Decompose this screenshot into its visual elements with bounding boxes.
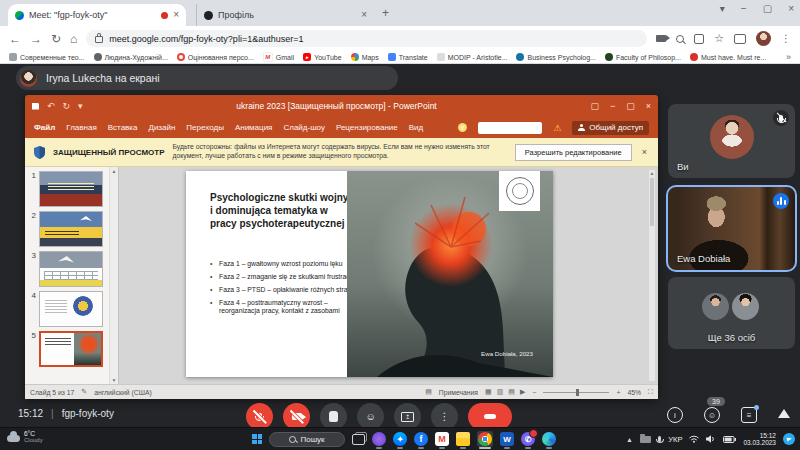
ribbon-tab-view[interactable]: Вид — [409, 123, 423, 132]
viber-app-icon[interactable]: ✆ — [521, 432, 535, 446]
address-bar[interactable]: meet.google.com/fgp-foyk-oty?pli=1&authu… — [86, 30, 647, 47]
battery-icon[interactable] — [723, 436, 736, 443]
participant-tile-you[interactable]: Ви — [668, 104, 795, 178]
bookmark-item[interactable]: MODIP - Aristotle... — [437, 53, 508, 61]
people-button[interactable]: 39 ☺ — [704, 407, 720, 423]
facebook-app-icon[interactable]: f — [414, 432, 428, 446]
close-button[interactable]: × — [788, 3, 794, 14]
slide-thumbnail-selected[interactable]: 5 — [28, 331, 109, 367]
ribbon-tab-file[interactable]: Файл — [34, 123, 55, 132]
messenger-app-icon[interactable]: ✦ — [393, 432, 407, 446]
zoom-out-icon[interactable]: − — [532, 389, 536, 396]
tray-mic-icon[interactable] — [658, 436, 662, 442]
redo-icon[interactable]: ↻ — [63, 101, 71, 111]
reload-button[interactable]: ↻ — [51, 33, 61, 45]
edge-app-icon[interactable] — [542, 432, 556, 446]
tray-overflow-chevron-icon[interactable]: ▲ — [626, 436, 633, 443]
ribbon-tab-design[interactable]: Дизайн — [148, 123, 175, 132]
zoom-in-icon[interactable]: + — [616, 389, 620, 396]
chrome-app-active[interactable] — [477, 431, 493, 447]
meeting-details-button[interactable]: i — [667, 407, 683, 423]
tab-close-icon[interactable]: × — [173, 10, 179, 20]
participant-tile-overflow[interactable]: Ще 36 осіб — [668, 277, 795, 349]
slide-thumbnail[interactable]: 3 — [28, 251, 109, 287]
ppt-restore-button[interactable]: ▢ — [626, 101, 635, 111]
mic-toggle-button[interactable] — [246, 403, 273, 430]
task-view-button[interactable] — [352, 434, 365, 445]
share-icon[interactable] — [694, 34, 704, 44]
spell-check-icon[interactable]: ✎ — [81, 388, 87, 396]
slide-thumbnail[interactable]: 2 — [28, 211, 109, 247]
tab-profile[interactable]: Профіль × — [196, 4, 374, 26]
activities-icon[interactable] — [778, 409, 790, 418]
slide-thumbnail[interactable]: 4 — [28, 291, 109, 327]
start-button[interactable] — [252, 434, 262, 444]
reactions-button[interactable]: ☺ — [357, 403, 384, 430]
bookmark-item[interactable]: Современные тео... — [9, 53, 85, 61]
bookmark-item[interactable]: Faculty of Philosop... — [605, 53, 681, 61]
keyboard-language[interactable]: УКР — [668, 435, 682, 444]
zoom-slider[interactable] — [543, 392, 609, 393]
gmail-app-icon[interactable]: M — [435, 432, 449, 446]
weather-widget[interactable]: 6°C Cloudy — [7, 430, 43, 444]
bookmark-item[interactable]: Must have. Must re... — [690, 53, 766, 61]
bookmark-item[interactable]: Maps — [351, 53, 379, 61]
save-icon[interactable] — [32, 103, 39, 110]
protected-bar-close-icon[interactable]: × — [640, 147, 649, 157]
normal-view-icon[interactable]: ▦ — [485, 388, 492, 396]
customize-quick-access-icon[interactable]: ▾ — [78, 101, 83, 111]
volume-icon[interactable] — [706, 435, 716, 443]
slide-sorter-icon[interactable]: ▥ — [497, 388, 504, 396]
camera-toggle-button[interactable] — [283, 403, 310, 430]
new-tab-button[interactable]: + — [382, 6, 389, 20]
side-panel-icon[interactable] — [734, 34, 746, 44]
tray-folder-icon[interactable] — [640, 436, 651, 443]
raise-hand-button[interactable] — [320, 403, 347, 430]
canvas-scrollbar[interactable]: ▲ — [648, 169, 656, 382]
chrome-menu-chevron-icon[interactable]: ▾ — [720, 3, 725, 14]
minimize-button[interactable]: − — [741, 3, 747, 14]
tab-meet[interactable]: Meet: "fgp-foyk-oty" × — [8, 4, 186, 26]
end-call-button[interactable] — [468, 403, 512, 430]
ribbon-tab-slideshow[interactable]: Слайд-шоу — [283, 123, 324, 132]
thumbnail-scrollbar[interactable]: ▲▼ — [109, 167, 118, 384]
bookmark-item[interactable]: Оцінювання персо... — [177, 53, 254, 61]
ribbon-tab-home[interactable]: Главная — [66, 123, 96, 132]
ppt-minimize-button[interactable]: − — [610, 101, 615, 111]
slide-thumbnail[interactable]: 1 — [28, 171, 109, 207]
forward-button[interactable]: → — [30, 33, 42, 45]
ribbon-display-icon[interactable]: ▢ — [590, 101, 599, 111]
fit-to-window-icon[interactable]: ⛶ — [648, 388, 653, 396]
zoom-icon[interactable] — [676, 35, 684, 43]
ribbon-tab-review[interactable]: Рецензирование — [336, 123, 398, 132]
participant-tile-speaker[interactable]: Ewa Dobiała — [666, 185, 797, 272]
ribbon-tab-insert[interactable]: Вставка — [108, 123, 138, 132]
bookmark-item[interactable]: Людина-Художній... — [94, 53, 168, 61]
wifi-icon[interactable] — [689, 435, 699, 443]
browser-profile-avatar[interactable] — [756, 31, 771, 46]
ribbon-tab-animations[interactable]: Анимация — [235, 123, 273, 132]
telegram-tray-icon[interactable] — [783, 433, 795, 445]
present-button[interactable]: ↥ — [394, 403, 421, 430]
slideshow-icon[interactable]: ▶ — [520, 388, 525, 396]
taskbar-search[interactable]: Пошук — [269, 432, 345, 447]
ppt-close-button[interactable]: × — [646, 101, 651, 111]
chat-button[interactable]: ≡ — [741, 407, 757, 423]
zoom-percent[interactable]: 45% — [627, 389, 641, 396]
purple-app-icon[interactable] — [372, 432, 386, 446]
share-button[interactable]: Общий доступ — [572, 121, 649, 135]
language-indicator[interactable]: английский (США) — [94, 389, 151, 396]
back-button[interactable]: ← — [9, 33, 21, 45]
tell-me-search-input[interactable] — [478, 122, 542, 134]
bookmark-item[interactable]: MGmail — [263, 52, 294, 62]
ribbon-tab-transitions[interactable]: Переходы — [186, 123, 224, 132]
more-options-button[interactable]: ⋮ — [431, 403, 458, 430]
bookmark-item[interactable]: Translate — [388, 53, 428, 61]
browser-menu-icon[interactable]: ⋮ — [781, 33, 791, 44]
restore-button[interactable]: ▢ — [763, 3, 772, 14]
word-app-icon[interactable]: W — [500, 432, 514, 446]
enable-editing-button[interactable]: Разрешить редактирование — [515, 144, 632, 161]
bookmarks-overflow-icon[interactable]: » — [786, 52, 791, 62]
bookmark-star-icon[interactable]: ☆ — [714, 32, 724, 45]
home-button[interactable]: ⌂ — [70, 33, 77, 45]
